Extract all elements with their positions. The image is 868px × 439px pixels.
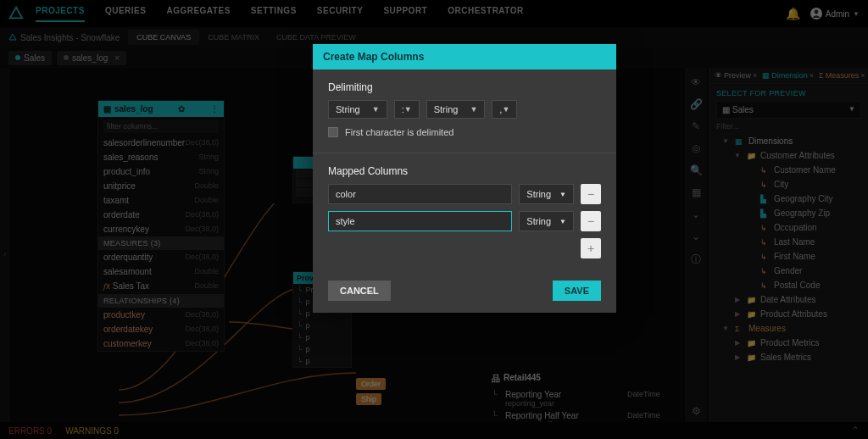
- mapped-name-input-0[interactable]: [328, 184, 512, 204]
- checkbox-icon: [328, 127, 338, 137]
- delimit-type-2-select[interactable]: String▼: [426, 100, 486, 119]
- save-button[interactable]: SAVE: [553, 281, 601, 301]
- mapped-row-1: String▼−: [328, 211, 601, 231]
- mapped-type-select-1[interactable]: String▼: [519, 211, 574, 231]
- delimit-type-1-select[interactable]: String▼: [328, 100, 387, 119]
- add-mapped-column-button[interactable]: +: [581, 238, 601, 258]
- remove-mapped-row-button-1[interactable]: −: [581, 211, 601, 231]
- delimit-sep-2-select[interactable]: ,▼: [492, 100, 517, 119]
- remove-mapped-row-button-0[interactable]: −: [581, 184, 601, 204]
- mapped-type-select-0[interactable]: String▼: [519, 184, 574, 204]
- delimiting-label: Delimiting: [328, 81, 601, 93]
- mapped-row-0: String▼−: [328, 184, 601, 204]
- cancel-button[interactable]: CANCEL: [328, 281, 391, 301]
- modal-title: Create Map Columns: [313, 44, 616, 69]
- mapped-columns-label: Mapped Columns: [328, 165, 601, 177]
- first-char-delimited-checkbox[interactable]: First character is delimited: [328, 127, 601, 137]
- mapped-name-input-1[interactable]: [328, 211, 512, 231]
- delimit-sep-1-select[interactable]: :▼: [394, 100, 420, 119]
- create-map-columns-modal: Create Map Columns Delimiting String▼ :▼…: [313, 44, 616, 313]
